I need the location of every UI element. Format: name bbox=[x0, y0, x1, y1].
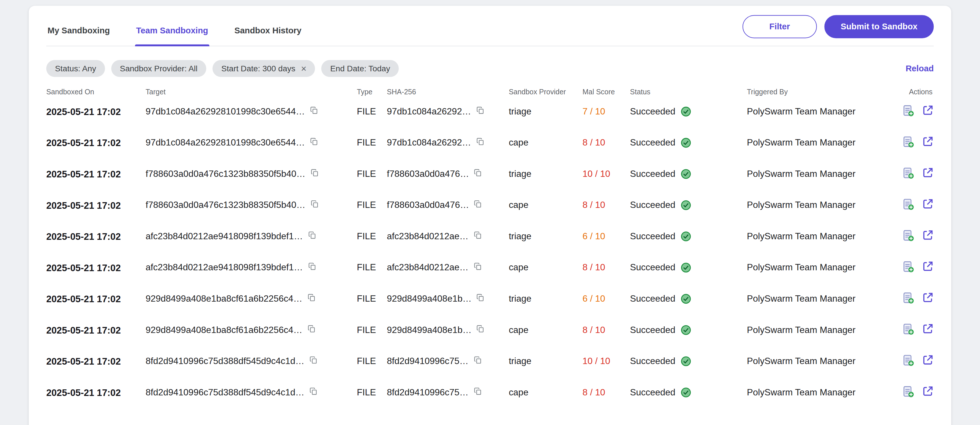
open-in-new-icon bbox=[922, 229, 934, 243]
filter-chip-label: Sandbox Provider: All bbox=[120, 64, 197, 73]
open-external-button[interactable] bbox=[922, 136, 934, 149]
column-header-sha-256: SHA-256 bbox=[387, 88, 509, 96]
open-external-button[interactable] bbox=[922, 292, 934, 305]
copy-icon bbox=[308, 262, 316, 272]
target-text: 8fd2d9410996c75d388df545d9c4c1d… bbox=[146, 356, 304, 366]
copy-sha256-button[interactable] bbox=[474, 387, 482, 397]
target-cell: 97db1c084a262928101998c30e6544… bbox=[146, 138, 357, 147]
copy-target-button[interactable] bbox=[310, 169, 318, 179]
copy-target-button[interactable] bbox=[308, 262, 316, 272]
view-report-button[interactable] bbox=[902, 229, 914, 243]
copy-icon bbox=[310, 200, 318, 210]
filter-chips-row: Status: Any Sandbox Provider: All Start … bbox=[46, 60, 934, 77]
tab-my-sandboxing[interactable]: My Sandboxing bbox=[46, 13, 111, 46]
open-external-button[interactable] bbox=[922, 354, 934, 368]
table-row: 2025-05-21 17:02 afc23b84d0212ae9418098f… bbox=[46, 220, 934, 252]
filter-chip-start-date[interactable]: Start Date: 300 days × bbox=[212, 60, 315, 77]
copy-sha256-button[interactable] bbox=[474, 200, 482, 210]
open-external-button[interactable] bbox=[922, 198, 934, 212]
copy-icon bbox=[310, 138, 318, 147]
triggered-by-cell: PolySwarm Team Manager bbox=[747, 356, 890, 366]
view-report-button[interactable] bbox=[902, 104, 914, 119]
open-external-button[interactable] bbox=[922, 167, 934, 181]
copy-target-button[interactable] bbox=[308, 231, 316, 241]
filter-chip-end-date[interactable]: End Date: Today bbox=[321, 60, 399, 77]
copy-target-button[interactable] bbox=[310, 106, 318, 116]
copy-target-button[interactable] bbox=[310, 387, 318, 397]
copy-target-button[interactable] bbox=[310, 138, 318, 147]
copy-sha256-button[interactable] bbox=[476, 293, 485, 304]
reload-link[interactable]: Reload bbox=[906, 64, 934, 73]
copy-icon bbox=[474, 169, 482, 179]
status-cell: Succeeded bbox=[630, 324, 747, 335]
sha256-text: 97db1c084a26292… bbox=[387, 138, 471, 147]
view-report-button[interactable] bbox=[902, 260, 914, 274]
target-text: 929d8499a408e1ba8cf61a6b2256c4… bbox=[146, 325, 302, 335]
copy-sha256-button[interactable] bbox=[476, 325, 485, 335]
target-cell: 8fd2d9410996c75d388df545d9c4c1d… bbox=[146, 387, 357, 397]
filter-button[interactable]: Filter bbox=[743, 15, 817, 38]
open-external-button[interactable] bbox=[922, 229, 934, 243]
copy-sha256-button[interactable] bbox=[476, 106, 484, 116]
open-in-new-icon bbox=[922, 105, 934, 118]
tab-sandbox-history[interactable]: Sandbox History bbox=[233, 13, 303, 46]
tab-team-sandboxing[interactable]: Team Sandboxing bbox=[135, 13, 209, 46]
table-row: 2025-05-21 17:02 97db1c084a262928101998c… bbox=[46, 96, 934, 127]
open-external-button[interactable] bbox=[922, 260, 934, 274]
sandboxed-on-cell: 2025-05-21 17:02 bbox=[46, 293, 146, 304]
column-header-actions: Actions bbox=[890, 88, 934, 96]
target-cell: afc23b84d0212ae9418098f139bdef1… bbox=[146, 262, 357, 272]
view-report-button[interactable] bbox=[902, 354, 914, 368]
view-report-button[interactable] bbox=[902, 198, 914, 212]
copy-sha256-button[interactable] bbox=[474, 231, 482, 241]
sandboxed-on-cell: 2025-05-21 17:02 bbox=[46, 200, 146, 210]
chip-close-icon[interactable]: × bbox=[301, 64, 306, 73]
type-cell: FILE bbox=[357, 387, 387, 397]
status-text: Succeeded bbox=[630, 325, 675, 335]
filter-chip-status[interactable]: Status: Any bbox=[46, 60, 105, 77]
sandbox-provider-cell: triage bbox=[509, 169, 582, 179]
view-report-button[interactable] bbox=[902, 291, 914, 306]
copy-icon bbox=[474, 356, 482, 366]
target-text: f788603a0d0a476c1323b88350f5b40… bbox=[146, 169, 305, 179]
sha256-text: 929d8499a408e1b… bbox=[387, 325, 472, 335]
check-circle-icon bbox=[680, 293, 691, 304]
view-report-button[interactable] bbox=[902, 323, 914, 337]
open-in-new-icon bbox=[922, 354, 934, 368]
open-external-button[interactable] bbox=[922, 105, 934, 118]
copy-target-button[interactable] bbox=[310, 356, 318, 366]
sandbox-provider-cell: cape bbox=[509, 200, 582, 210]
column-header-sandboxed-on: Sandboxed On bbox=[46, 88, 146, 96]
table-header-row: Sandboxed OnTargetTypeSHA-256Sandbox Pro… bbox=[46, 88, 934, 96]
copy-sha256-button[interactable] bbox=[474, 169, 482, 179]
report-add-icon bbox=[902, 385, 914, 400]
status-cell: Succeeded bbox=[630, 356, 747, 366]
copy-target-button[interactable] bbox=[307, 293, 315, 304]
submit-to-sandbox-button[interactable]: Submit to Sandbox bbox=[824, 15, 934, 38]
actions-cell bbox=[890, 198, 934, 212]
sandboxed-on-cell: 2025-05-21 17:02 bbox=[46, 356, 146, 366]
copy-sha256-button[interactable] bbox=[476, 138, 484, 147]
filter-chip-sandbox-provider[interactable]: Sandbox Provider: All bbox=[111, 60, 207, 77]
copy-sha256-button[interactable] bbox=[474, 262, 482, 272]
view-report-button[interactable] bbox=[902, 135, 914, 149]
column-header-triggered-by: Triggered By bbox=[747, 88, 890, 96]
open-external-button[interactable] bbox=[922, 323, 934, 337]
type-cell: FILE bbox=[357, 262, 387, 272]
filter-chip-label: Status: Any bbox=[55, 64, 96, 73]
view-report-button[interactable] bbox=[902, 385, 914, 400]
check-circle-icon bbox=[680, 262, 691, 273]
sha256-text: 8fd2d9410996c75… bbox=[387, 387, 469, 397]
sandbox-provider-cell: triage bbox=[509, 293, 582, 304]
copy-target-button[interactable] bbox=[310, 200, 318, 210]
copy-target-button[interactable] bbox=[307, 325, 315, 335]
sandboxed-on-cell: 2025-05-21 17:02 bbox=[46, 324, 146, 335]
copy-sha256-button[interactable] bbox=[474, 356, 482, 366]
view-report-button[interactable] bbox=[902, 167, 914, 181]
copy-icon bbox=[308, 231, 316, 241]
target-cell: f788603a0d0a476c1323b88350f5b40… bbox=[146, 169, 357, 179]
open-external-button[interactable] bbox=[922, 385, 934, 399]
status-cell: Succeeded bbox=[630, 262, 747, 273]
open-in-new-icon bbox=[922, 323, 934, 337]
type-cell: FILE bbox=[357, 293, 387, 304]
